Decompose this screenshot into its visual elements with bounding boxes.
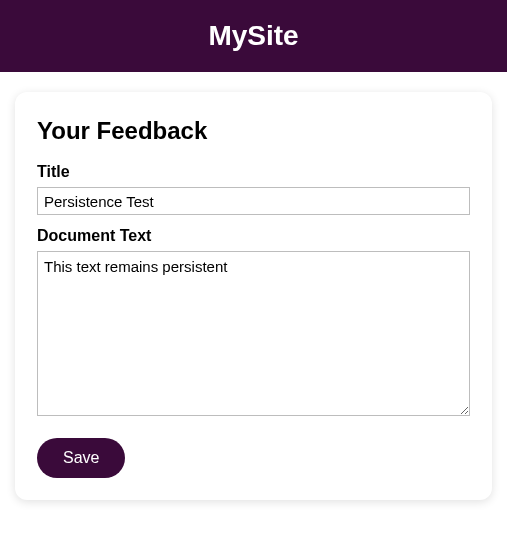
site-header: MySite <box>0 0 507 72</box>
site-title: MySite <box>208 20 298 51</box>
feedback-card: Your Feedback Title Document Text This t… <box>15 92 492 500</box>
document-text-label: Document Text <box>37 227 470 245</box>
title-input[interactable] <box>37 187 470 215</box>
form-heading: Your Feedback <box>37 117 470 145</box>
document-text-input[interactable]: This text remains persistent <box>37 251 470 416</box>
save-button[interactable]: Save <box>37 438 125 478</box>
title-label: Title <box>37 163 470 181</box>
